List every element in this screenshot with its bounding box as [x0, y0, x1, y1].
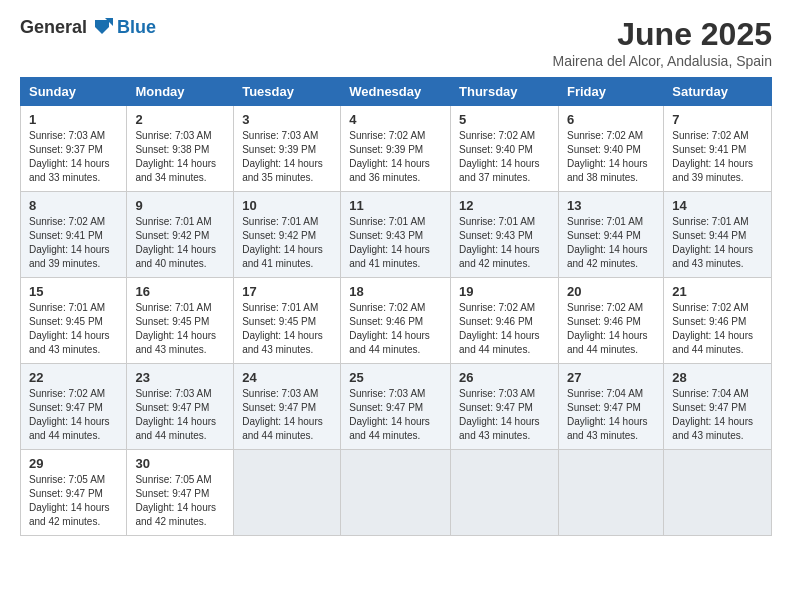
calendar-cell: 9Sunrise: 7:01 AM Sunset: 9:42 PM Daylig…: [127, 192, 234, 278]
day-number: 28: [672, 370, 763, 385]
day-number: 17: [242, 284, 332, 299]
day-info: Sunrise: 7:03 AM Sunset: 9:47 PM Dayligh…: [349, 387, 442, 443]
day-info: Sunrise: 7:02 AM Sunset: 9:46 PM Dayligh…: [672, 301, 763, 357]
day-info: Sunrise: 7:01 AM Sunset: 9:42 PM Dayligh…: [242, 215, 332, 271]
logo-text: General: [20, 17, 87, 38]
main-title: June 2025: [553, 16, 772, 53]
day-number: 9: [135, 198, 225, 213]
title-block: June 2025 Mairena del Alcor, Andalusia, …: [553, 16, 772, 69]
calendar-cell: 19Sunrise: 7:02 AM Sunset: 9:46 PM Dayli…: [451, 278, 559, 364]
calendar-cell: 22Sunrise: 7:02 AM Sunset: 9:47 PM Dayli…: [21, 364, 127, 450]
day-number: 27: [567, 370, 655, 385]
day-info: Sunrise: 7:02 AM Sunset: 9:47 PM Dayligh…: [29, 387, 118, 443]
calendar-cell: 16Sunrise: 7:01 AM Sunset: 9:45 PM Dayli…: [127, 278, 234, 364]
day-number: 4: [349, 112, 442, 127]
col-thursday: Thursday: [451, 78, 559, 106]
logo-arrow-icon: [91, 16, 113, 38]
calendar-cell: [558, 450, 663, 536]
subtitle: Mairena del Alcor, Andalusia, Spain: [553, 53, 772, 69]
day-number: 23: [135, 370, 225, 385]
col-monday: Monday: [127, 78, 234, 106]
day-number: 22: [29, 370, 118, 385]
calendar-cell: 15Sunrise: 7:01 AM Sunset: 9:45 PM Dayli…: [21, 278, 127, 364]
day-number: 29: [29, 456, 118, 471]
day-number: 14: [672, 198, 763, 213]
day-info: Sunrise: 7:03 AM Sunset: 9:37 PM Dayligh…: [29, 129, 118, 185]
calendar-cell: 26Sunrise: 7:03 AM Sunset: 9:47 PM Dayli…: [451, 364, 559, 450]
calendar-table: Sunday Monday Tuesday Wednesday Thursday…: [20, 77, 772, 536]
calendar-cell: 4Sunrise: 7:02 AM Sunset: 9:39 PM Daylig…: [341, 106, 451, 192]
day-number: 10: [242, 198, 332, 213]
day-number: 25: [349, 370, 442, 385]
day-number: 3: [242, 112, 332, 127]
day-info: Sunrise: 7:05 AM Sunset: 9:47 PM Dayligh…: [135, 473, 225, 529]
calendar-cell: [234, 450, 341, 536]
calendar-cell: 1Sunrise: 7:03 AM Sunset: 9:37 PM Daylig…: [21, 106, 127, 192]
calendar-cell: [451, 450, 559, 536]
day-info: Sunrise: 7:04 AM Sunset: 9:47 PM Dayligh…: [567, 387, 655, 443]
day-number: 2: [135, 112, 225, 127]
day-info: Sunrise: 7:01 AM Sunset: 9:43 PM Dayligh…: [459, 215, 550, 271]
day-info: Sunrise: 7:05 AM Sunset: 9:47 PM Dayligh…: [29, 473, 118, 529]
calendar-cell: 21Sunrise: 7:02 AM Sunset: 9:46 PM Dayli…: [664, 278, 772, 364]
day-number: 18: [349, 284, 442, 299]
logo: General Blue: [20, 16, 156, 38]
day-number: 1: [29, 112, 118, 127]
day-info: Sunrise: 7:03 AM Sunset: 9:47 PM Dayligh…: [459, 387, 550, 443]
day-info: Sunrise: 7:02 AM Sunset: 9:41 PM Dayligh…: [29, 215, 118, 271]
calendar-cell: 30Sunrise: 7:05 AM Sunset: 9:47 PM Dayli…: [127, 450, 234, 536]
calendar-cell: 12Sunrise: 7:01 AM Sunset: 9:43 PM Dayli…: [451, 192, 559, 278]
day-number: 6: [567, 112, 655, 127]
day-number: 24: [242, 370, 332, 385]
day-info: Sunrise: 7:03 AM Sunset: 9:38 PM Dayligh…: [135, 129, 225, 185]
day-info: Sunrise: 7:02 AM Sunset: 9:39 PM Dayligh…: [349, 129, 442, 185]
svg-marker-0: [95, 20, 109, 34]
day-info: Sunrise: 7:01 AM Sunset: 9:45 PM Dayligh…: [135, 301, 225, 357]
logo-blue-text: Blue: [117, 17, 156, 38]
calendar-cell: 20Sunrise: 7:02 AM Sunset: 9:46 PM Dayli…: [558, 278, 663, 364]
col-tuesday: Tuesday: [234, 78, 341, 106]
calendar-cell: 17Sunrise: 7:01 AM Sunset: 9:45 PM Dayli…: [234, 278, 341, 364]
week-row-1: 1Sunrise: 7:03 AM Sunset: 9:37 PM Daylig…: [21, 106, 772, 192]
header: General Blue June 2025 Mairena del Alcor…: [20, 16, 772, 69]
calendar-cell: 14Sunrise: 7:01 AM Sunset: 9:44 PM Dayli…: [664, 192, 772, 278]
day-info: Sunrise: 7:02 AM Sunset: 9:41 PM Dayligh…: [672, 129, 763, 185]
calendar-cell: 23Sunrise: 7:03 AM Sunset: 9:47 PM Dayli…: [127, 364, 234, 450]
calendar-cell: 28Sunrise: 7:04 AM Sunset: 9:47 PM Dayli…: [664, 364, 772, 450]
calendar-cell: 13Sunrise: 7:01 AM Sunset: 9:44 PM Dayli…: [558, 192, 663, 278]
calendar-header-row: Sunday Monday Tuesday Wednesday Thursday…: [21, 78, 772, 106]
calendar-cell: 27Sunrise: 7:04 AM Sunset: 9:47 PM Dayli…: [558, 364, 663, 450]
day-number: 13: [567, 198, 655, 213]
calendar-cell: 11Sunrise: 7:01 AM Sunset: 9:43 PM Dayli…: [341, 192, 451, 278]
calendar-cell: [664, 450, 772, 536]
day-number: 5: [459, 112, 550, 127]
calendar-cell: 6Sunrise: 7:02 AM Sunset: 9:40 PM Daylig…: [558, 106, 663, 192]
col-wednesday: Wednesday: [341, 78, 451, 106]
day-number: 7: [672, 112, 763, 127]
calendar-cell: 24Sunrise: 7:03 AM Sunset: 9:47 PM Dayli…: [234, 364, 341, 450]
day-number: 19: [459, 284, 550, 299]
col-saturday: Saturday: [664, 78, 772, 106]
day-info: Sunrise: 7:02 AM Sunset: 9:46 PM Dayligh…: [349, 301, 442, 357]
day-info: Sunrise: 7:01 AM Sunset: 9:45 PM Dayligh…: [29, 301, 118, 357]
calendar-cell: 18Sunrise: 7:02 AM Sunset: 9:46 PM Dayli…: [341, 278, 451, 364]
week-row-5: 29Sunrise: 7:05 AM Sunset: 9:47 PM Dayli…: [21, 450, 772, 536]
day-number: 21: [672, 284, 763, 299]
day-number: 12: [459, 198, 550, 213]
calendar-cell: 25Sunrise: 7:03 AM Sunset: 9:47 PM Dayli…: [341, 364, 451, 450]
calendar-cell: 3Sunrise: 7:03 AM Sunset: 9:39 PM Daylig…: [234, 106, 341, 192]
col-sunday: Sunday: [21, 78, 127, 106]
week-row-2: 8Sunrise: 7:02 AM Sunset: 9:41 PM Daylig…: [21, 192, 772, 278]
day-info: Sunrise: 7:02 AM Sunset: 9:46 PM Dayligh…: [459, 301, 550, 357]
day-number: 26: [459, 370, 550, 385]
calendar-cell: [341, 450, 451, 536]
day-info: Sunrise: 7:01 AM Sunset: 9:42 PM Dayligh…: [135, 215, 225, 271]
day-info: Sunrise: 7:01 AM Sunset: 9:44 PM Dayligh…: [672, 215, 763, 271]
day-info: Sunrise: 7:04 AM Sunset: 9:47 PM Dayligh…: [672, 387, 763, 443]
week-row-3: 15Sunrise: 7:01 AM Sunset: 9:45 PM Dayli…: [21, 278, 772, 364]
day-info: Sunrise: 7:01 AM Sunset: 9:43 PM Dayligh…: [349, 215, 442, 271]
calendar-cell: 29Sunrise: 7:05 AM Sunset: 9:47 PM Dayli…: [21, 450, 127, 536]
day-info: Sunrise: 7:02 AM Sunset: 9:40 PM Dayligh…: [459, 129, 550, 185]
calendar-cell: 7Sunrise: 7:02 AM Sunset: 9:41 PM Daylig…: [664, 106, 772, 192]
day-info: Sunrise: 7:02 AM Sunset: 9:40 PM Dayligh…: [567, 129, 655, 185]
